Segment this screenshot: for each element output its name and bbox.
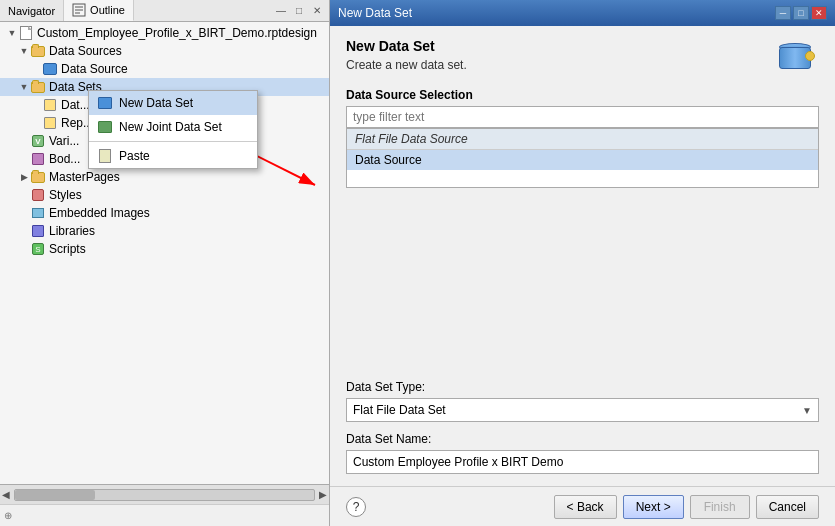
styles-label: Styles xyxy=(49,188,82,202)
navigator-tab-label: Navigator xyxy=(8,5,55,17)
maximize-icon[interactable]: □ xyxy=(291,3,307,19)
maximize-dialog-btn[interactable]: □ xyxy=(793,6,809,20)
tab-outline[interactable]: Outline xyxy=(64,0,134,21)
outline-icon xyxy=(72,3,86,17)
dataset-name-label: Data Set Name: xyxy=(346,432,819,446)
tree-item-masterpages[interactable]: ▶ MasterPages xyxy=(0,168,329,186)
tree-item-data-sources[interactable]: ▼ Data Sources xyxy=(0,42,329,60)
root-arrow: ▼ xyxy=(6,28,18,38)
select-dropdown-arrow: ▼ xyxy=(802,405,812,416)
data-sources-folder-icon xyxy=(30,43,46,59)
styles-icon xyxy=(30,187,46,203)
datasource-section-label: Data Source Selection xyxy=(346,88,819,102)
menu-item-paste[interactable]: Paste xyxy=(89,144,257,168)
masterpages-label: MasterPages xyxy=(49,170,120,184)
scripts-label: Scripts xyxy=(49,242,86,256)
paste-icon xyxy=(97,148,113,164)
datasource-list-item[interactable]: Data Source xyxy=(347,150,818,170)
dataset-type-field: Data Set Type: Flat File Data Set ▼ xyxy=(346,380,819,422)
dataset-name-input[interactable] xyxy=(346,450,819,474)
dataset-type-value: Flat File Data Set xyxy=(353,403,446,417)
tree-item-data-source[interactable]: Data Source xyxy=(0,60,329,78)
body-label: Bod... xyxy=(49,152,80,166)
root-label: Custom_Employee_Profile_x_BIRT_Demo.rptd… xyxy=(37,26,317,40)
tab-navigator[interactable]: Navigator xyxy=(0,0,64,21)
next-button[interactable]: Next > xyxy=(623,495,684,519)
tree-item-styles[interactable]: Styles xyxy=(0,186,329,204)
dialog-header: New Data Set Create a new data set. xyxy=(346,38,819,78)
finish-button[interactable]: Finish xyxy=(690,495,750,519)
back-button[interactable]: < Back xyxy=(554,495,617,519)
outline-tab-label: Outline xyxy=(90,4,125,16)
filter-input[interactable] xyxy=(346,106,819,128)
menu-item-new-joint-data-set[interactable]: New Joint Data Set xyxy=(89,115,257,139)
dialog-window-controls: ─ □ ✕ xyxy=(775,6,827,20)
tree-item-libraries[interactable]: Libraries xyxy=(0,222,329,240)
tab-icons: — □ ✕ xyxy=(273,3,329,19)
variables-icon: V xyxy=(30,133,46,149)
data-source-icon xyxy=(42,61,58,77)
scroll-right-btn[interactable]: ▶ xyxy=(319,489,327,500)
report-file-icon xyxy=(18,25,34,41)
menu-item-new-data-set[interactable]: New Data Set xyxy=(89,91,257,115)
scrollbar-track[interactable] xyxy=(14,489,315,501)
new-joint-data-set-label: New Joint Data Set xyxy=(119,120,222,134)
datasources-arrow: ▼ xyxy=(18,46,30,56)
scripts-icon: S xyxy=(30,241,46,257)
new-data-set-icon xyxy=(97,95,113,111)
dialog-header-text: New Data Set Create a new data set. xyxy=(346,38,467,72)
dialog-main-title: New Data Set xyxy=(346,38,467,54)
tree-root[interactable]: ▼ Custom_Employee_Profile_x_BIRT_Demo.rp… xyxy=(0,24,329,42)
images-icon xyxy=(30,205,46,221)
body-icon xyxy=(30,151,46,167)
tree-item-images[interactable]: Embedded Images xyxy=(0,204,329,222)
datasource-list: Flat File Data Source Data Source xyxy=(346,128,819,188)
datasource-selection-section: Data Source Selection Flat File Data Sou… xyxy=(346,88,819,188)
footer-left: ? xyxy=(346,497,366,517)
tab-bar: Navigator Outline — □ ✕ xyxy=(0,0,329,22)
new-data-set-label: New Data Set xyxy=(119,96,193,110)
variables-label: Vari... xyxy=(49,134,79,148)
dataset-name-field: Data Set Name: xyxy=(346,432,819,474)
close-panel-icon[interactable]: ✕ xyxy=(309,3,325,19)
masterpages-icon xyxy=(30,169,46,185)
horizontal-scrollbar[interactable]: ◀ ▶ xyxy=(0,484,329,504)
dataset1-label: Dat... xyxy=(61,98,90,112)
datasets-arrow: ▼ xyxy=(18,82,30,92)
data-sources-label: Data Sources xyxy=(49,44,122,58)
dialog-titlebar: New Data Set ─ □ ✕ xyxy=(330,0,835,26)
db-large-icon xyxy=(775,41,815,75)
minimize-dialog-btn[interactable]: ─ xyxy=(775,6,791,20)
dataset-type-select[interactable]: Flat File Data Set ▼ xyxy=(346,398,819,422)
libraries-icon xyxy=(30,223,46,239)
scroll-left-btn[interactable]: ◀ xyxy=(2,489,10,500)
cancel-button[interactable]: Cancel xyxy=(756,495,819,519)
scrollbar-thumb[interactable] xyxy=(15,490,95,500)
paste-label: Paste xyxy=(119,149,150,163)
dataset2-icon xyxy=(42,115,58,131)
left-bottom-bar: ⊕ xyxy=(0,504,329,526)
new-joint-data-set-icon xyxy=(97,119,113,135)
libraries-label: Libraries xyxy=(49,224,95,238)
bottom-icon: ⊕ xyxy=(4,510,12,521)
dataset1-icon xyxy=(42,97,58,113)
data-source-label: Data Source xyxy=(61,62,128,76)
help-button[interactable]: ? xyxy=(346,497,366,517)
datasource-list-header: Flat File Data Source xyxy=(347,129,818,150)
images-label: Embedded Images xyxy=(49,206,150,220)
footer-buttons: < Back Next > Finish Cancel xyxy=(554,495,819,519)
minimize-icon[interactable]: — xyxy=(273,3,289,19)
outline-panel: Navigator Outline — □ ✕ ▼ Custom_Employe… xyxy=(0,0,330,526)
masterpages-arrow: ▶ xyxy=(18,172,30,182)
dialog-subtitle: Create a new data set. xyxy=(346,58,467,72)
dialog-footer: ? < Back Next > Finish Cancel xyxy=(330,486,835,526)
close-dialog-btn[interactable]: ✕ xyxy=(811,6,827,20)
dialog-body: New Data Set Create a new data set. Data… xyxy=(330,26,835,486)
new-data-set-dialog: New Data Set ─ □ ✕ New Data Set Create a… xyxy=(330,0,835,526)
tree-item-scripts[interactable]: S Scripts xyxy=(0,240,329,258)
dialog-title: New Data Set xyxy=(338,6,412,20)
data-sets-folder-icon xyxy=(30,79,46,95)
dataset-type-label: Data Set Type: xyxy=(346,380,819,394)
context-menu: New Data Set New Joint Data Set Paste xyxy=(88,90,258,169)
dialog-db-icon xyxy=(771,38,819,78)
